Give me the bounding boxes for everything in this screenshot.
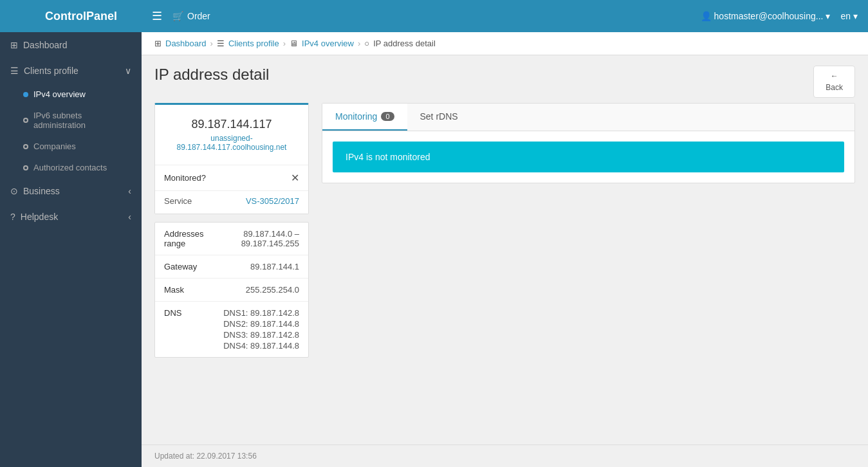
lang-dropdown-icon: ▾ <box>853 11 858 21</box>
chevron-right-icon: ‹ <box>128 212 131 222</box>
sidebar-section-left: ☰ Clients profile <box>10 66 78 76</box>
sidebar-section-left: ⊙ Business <box>10 186 60 196</box>
breadcrumb-sep: › <box>283 39 286 48</box>
tabs-header: Monitoring 0 Set rDNS <box>322 104 854 131</box>
breadcrumb-sep: › <box>358 39 360 48</box>
mask-label: Mask <box>164 285 216 295</box>
dashboard-icon: ⊞ <box>10 40 18 50</box>
sidebar-sub-label: IPv4 overview <box>33 89 86 99</box>
dns2: DNS2: 89.187.144.8 <box>223 319 299 329</box>
topnav: ControlPanel ☰ 🛒 Order 👤 hostmaster@cool… <box>0 0 868 32</box>
sidebar-item-business[interactable]: ⊙ Business ‹ <box>0 178 142 204</box>
user-menu[interactable]: 👤 hostmaster@coolhousing... ▾ <box>701 11 831 21</box>
back-button[interactable]: ← Back <box>813 66 855 98</box>
breadcrumb-current: IP address detail <box>373 39 436 48</box>
dns-label: DNS <box>164 308 216 318</box>
dot-icon <box>23 92 28 97</box>
breadcrumb-dashboard-icon: ⊞ <box>154 39 162 48</box>
tabs-container: Monitoring 0 Set rDNS IPv4 is not monito… <box>322 103 855 183</box>
breadcrumb: ⊞ Dashboard › ☰ Clients profile › 🖥 IPv4… <box>142 32 868 55</box>
tab-set-rdns[interactable]: Set rDNS <box>407 104 471 131</box>
user-label: hostmaster@coolhousing... <box>714 11 824 21</box>
sidebar-helpdesk-label: Helpdesk <box>21 212 58 222</box>
breadcrumb-ipv4-overview[interactable]: IPv4 overview <box>302 39 354 48</box>
breadcrumb-sep: › <box>210 39 213 48</box>
cart-icon: 🛒 <box>172 11 183 21</box>
monitoring-badge: 0 <box>381 112 394 121</box>
ip-card: 89.187.144.117 unassigned-89.187.144.117… <box>154 103 309 214</box>
tab-rdns-label: Set rDNS <box>420 111 458 122</box>
sidebar-item-authorized-contacts[interactable]: Authorized contacts <box>23 157 142 178</box>
sidebar-item-companies[interactable]: Companies <box>23 136 142 157</box>
dot-icon <box>23 165 28 170</box>
sidebar-business-label: Business <box>23 186 60 196</box>
sidebar-item-helpdesk[interactable]: ? Helpdesk ‹ <box>0 204 142 230</box>
monitor-alert: IPv4 is not monitored <box>333 142 844 172</box>
breadcrumb-clients-icon: ☰ <box>217 39 225 48</box>
topnav-right: 👤 hostmaster@coolhousing... ▾ en ▾ <box>701 11 858 21</box>
tab-content: IPv4 is not monitored <box>322 131 854 183</box>
dot-icon <box>23 118 28 123</box>
ip-address: 89.187.144.117 <box>168 118 295 131</box>
sidebar-clients-label: Clients profile <box>24 66 78 76</box>
gateway-value: 89.187.144.1 <box>250 262 299 271</box>
page-header: IP address detail ← Back <box>142 55 868 103</box>
back-label: Back <box>826 83 843 92</box>
service-link[interactable]: VS-3052/2017 <box>246 196 299 206</box>
dns-values: DNS1: 89.187.142.8 DNS2: 89.187.144.8 DN… <box>223 308 299 351</box>
sidebar-item-ipv6[interactable]: IPv6 subnets administration <box>23 105 142 136</box>
footer-text: Updated at: 22.09.2017 13:56 <box>154 452 257 461</box>
sidebar-sub-label: Authorized contacts <box>33 163 107 172</box>
brand: ControlPanel <box>10 10 152 23</box>
mask-value: 255.255.254.0 <box>246 285 299 295</box>
service-row: Service VS-3052/2017 <box>155 190 308 214</box>
clients-icon: ☰ <box>10 66 19 76</box>
close-icon[interactable]: ✕ <box>291 172 299 184</box>
footer: Updated at: 22.09.2017 13:56 <box>142 444 868 467</box>
page-title: IP address detail <box>154 66 269 84</box>
info-row-dns: DNS DNS1: 89.187.142.8 DNS2: 89.187.144.… <box>155 302 308 357</box>
breadcrumb-ipv4-icon: 🖥 <box>290 39 298 48</box>
user-icon: 👤 <box>701 11 712 21</box>
info-row-mask: Mask 255.255.254.0 <box>155 279 308 302</box>
dns4: DNS4: 89.187.144.8 <box>223 341 299 351</box>
order-link[interactable]: 🛒 Order <box>172 11 210 21</box>
sidebar-sub-menu: IPv4 overview IPv6 subnets administratio… <box>0 84 142 178</box>
tab-monitoring-label: Monitoring <box>335 111 377 122</box>
main-content: ⊞ Dashboard › ☰ Clients profile › 🖥 IPv4… <box>142 32 868 467</box>
sidebar: ⊞ Dashboard ☰ Clients profile ∨ IPv4 ove… <box>0 32 142 467</box>
monitored-label: Monitored? <box>164 173 206 183</box>
ip-hostname: unassigned-89.187.144.117.coolhousing.ne… <box>168 134 295 152</box>
sidebar-item-dashboard[interactable]: ⊞ Dashboard <box>0 32 142 58</box>
language-selector[interactable]: en ▾ <box>840 11 858 21</box>
right-panel: Monitoring 0 Set rDNS IPv4 is not monito… <box>322 103 855 432</box>
dns3: DNS3: 89.187.142.8 <box>223 330 299 340</box>
left-panel: 89.187.144.117 unassigned-89.187.144.117… <box>154 103 309 432</box>
sidebar-sub-label: IPv6 subnets administration <box>33 111 131 130</box>
addresses-range-label: Addresses range <box>164 229 216 248</box>
sidebar-item-clients-profile[interactable]: ☰ Clients profile ∨ <box>0 58 142 84</box>
gateway-label: Gateway <box>164 262 216 271</box>
helpdesk-icon: ? <box>10 212 15 222</box>
layout: ⊞ Dashboard ☰ Clients profile ∨ IPv4 ove… <box>0 32 868 467</box>
back-arrow-icon: ← <box>831 71 838 80</box>
info-card: Addresses range 89.187.144.0 – 89.187.14… <box>154 222 309 358</box>
ip-header: 89.187.144.117 unassigned-89.187.144.117… <box>155 105 308 165</box>
addresses-range-value: 89.187.144.0 – 89.187.145.255 <box>216 229 299 248</box>
sidebar-item-label: Dashboard <box>23 40 68 50</box>
breadcrumb-clients-profile[interactable]: Clients profile <box>228 39 279 48</box>
sidebar-section-left: ? Helpdesk <box>10 212 58 222</box>
sidebar-item-ipv4-overview[interactable]: IPv4 overview <box>23 84 142 105</box>
dns1: DNS1: 89.187.142.8 <box>223 308 299 318</box>
chevron-right-icon: ‹ <box>128 186 131 196</box>
lang-label: en <box>840 11 851 21</box>
user-dropdown-icon: ▾ <box>826 11 830 21</box>
sidebar-sub-label: Companies <box>33 142 76 151</box>
service-label: Service <box>164 196 192 206</box>
hamburger-icon[interactable]: ☰ <box>152 9 162 23</box>
content-area: 89.187.144.117 unassigned-89.187.144.117… <box>142 103 868 444</box>
business-icon: ⊙ <box>10 186 18 196</box>
breadcrumb-dashboard[interactable]: Dashboard <box>165 39 207 48</box>
order-label: Order <box>187 11 210 21</box>
tab-monitoring[interactable]: Monitoring 0 <box>322 104 407 131</box>
